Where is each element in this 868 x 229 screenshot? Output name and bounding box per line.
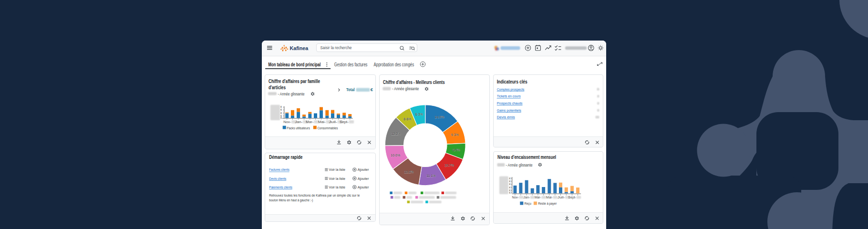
svg-text:10.0%: 10.0% xyxy=(391,154,400,157)
svg-text:Comptes prospects: Comptes prospects xyxy=(497,87,525,92)
svg-text:€: € xyxy=(509,186,511,189)
svg-text:Mar-: Mar- xyxy=(535,196,541,199)
svg-text:11.1%: 11.1% xyxy=(426,174,435,177)
svg-text:Juil-: Juil- xyxy=(558,196,565,199)
svg-text:Paiements clients: Paiements clients xyxy=(269,185,292,189)
svg-text:d'articles: d'articles xyxy=(269,84,286,90)
svg-text:Ajouter: Ajouter xyxy=(358,177,369,181)
svg-text:Juil-: Juil- xyxy=(329,120,338,124)
svg-text:Ajouter: Ajouter xyxy=(358,167,369,172)
svg-text:€: € xyxy=(509,183,511,186)
svg-text:Saisir la recherche: Saisir la recherche xyxy=(320,45,352,50)
svg-text:Packs utilisateurs: Packs utilisateurs xyxy=(287,126,310,130)
svg-text:Niveau d'encaissement mensuel: Niveau d'encaissement mensuel xyxy=(497,154,556,160)
svg-text:Indicateurs clés: Indicateurs clés xyxy=(497,79,527,84)
svg-text:- Année glissante: - Année glissante xyxy=(506,163,533,167)
svg-text:Sept-: Sept- xyxy=(568,196,576,199)
svg-text:Retrouvez toutes les fonctions: Retrouvez toutes les fonctions de Kafine… xyxy=(269,193,360,198)
svg-text:bouton Menu en haut à gauche :: bouton Menu en haut à gauche :-) xyxy=(269,198,313,202)
svg-text:6.3%: 6.3% xyxy=(415,113,423,116)
svg-text:Approbation des congés: Approbation des congés xyxy=(374,62,414,67)
svg-text:Chiffre d'affaires par famille: Chiffre d'affaires par famille xyxy=(269,78,320,84)
svg-text:€: € xyxy=(509,177,511,180)
svg-text:Jan-: Jan- xyxy=(295,120,303,124)
svg-text:14.9%: 14.9% xyxy=(435,115,444,119)
svg-text:Factures clients: Factures clients xyxy=(269,167,289,172)
svg-text:Gestion des factures: Gestion des factures xyxy=(334,62,368,67)
svg-text:Mon tableau de bord principal: Mon tableau de bord principal xyxy=(269,62,321,67)
svg-text:12.2%: 12.2% xyxy=(404,170,413,174)
svg-text:9.3%: 9.3% xyxy=(451,133,459,136)
svg-text:Devis clients: Devis clients xyxy=(269,177,286,181)
svg-text:Reste à payer: Reste à payer xyxy=(538,201,557,206)
svg-text:10.7%: 10.7% xyxy=(444,164,454,167)
svg-text:Mar-: Mar- xyxy=(306,120,314,124)
svg-text:Gains potentiels: Gains potentiels xyxy=(497,108,521,113)
svg-text:6.6%: 6.6% xyxy=(403,117,411,121)
svg-text:€: € xyxy=(509,180,511,183)
svg-text:€: € xyxy=(371,87,373,92)
svg-text:Sept-: Sept- xyxy=(340,120,349,124)
svg-text:€: € xyxy=(280,108,282,111)
svg-text:Kafinea: Kafinea xyxy=(290,45,309,51)
svg-text:Chiffre d'affaires - Meilleurs: Chiffre d'affaires - Meilleurs clients xyxy=(383,79,445,85)
svg-text:€: € xyxy=(509,191,511,194)
svg-text:Reçu: Reçu xyxy=(524,201,531,206)
svg-text:Prospects chauds: Prospects chauds xyxy=(497,101,523,105)
svg-text:Ajouter: Ajouter xyxy=(358,185,369,189)
svg-text:Total: Total xyxy=(346,87,355,92)
svg-text:12.2%: 12.2% xyxy=(391,132,401,135)
svg-text:Voir la liste: Voir la liste xyxy=(329,167,346,172)
svg-text:Voir la liste: Voir la liste xyxy=(329,177,346,181)
svg-text:Nov-: Nov- xyxy=(283,120,291,124)
svg-text:Nov-: Nov- xyxy=(512,196,519,199)
svg-text:- Année glissante: - Année glissante xyxy=(278,92,305,96)
svg-text:Jan-: Jan- xyxy=(524,196,530,199)
svg-text:Voir la liste: Voir la liste xyxy=(329,185,346,189)
svg-text:Démarrage rapide: Démarrage rapide xyxy=(269,154,302,160)
svg-text:Mai-: Mai- xyxy=(318,120,326,124)
svg-text:€: € xyxy=(280,116,282,119)
svg-text:Consommables: Consommables xyxy=(317,126,338,130)
svg-text:Mai-: Mai- xyxy=(546,196,553,199)
svg-text:Tickets en cours: Tickets en cours xyxy=(497,94,521,98)
svg-text:6.5%: 6.5% xyxy=(453,148,460,152)
svg-text:- Année glissante: - Année glissante xyxy=(392,86,419,91)
svg-text:Devis émis: Devis émis xyxy=(497,115,515,119)
